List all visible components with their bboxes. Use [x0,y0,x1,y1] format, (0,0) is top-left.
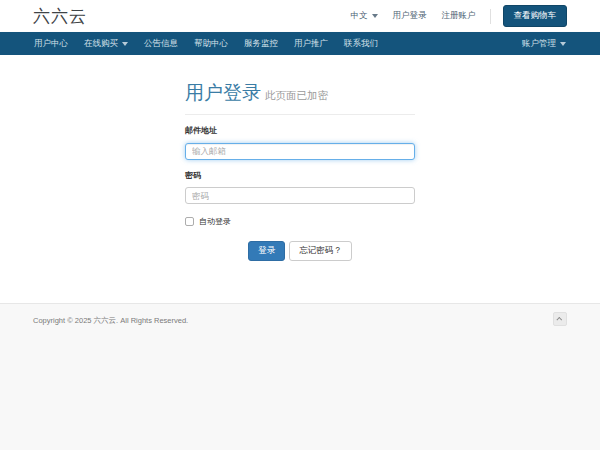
password-form-group: 密码 [185,170,415,205]
nav-item-label: 帮助中心 [194,38,228,50]
nav-item-user-center[interactable]: 用户中心 [26,32,76,55]
form-actions: 登录 忘记密码？ [185,241,415,261]
nav-list: 用户中心 在线购买 公告信息 帮助中心 服务监控 用户推广 联系我们 [26,32,386,55]
top-bar: 六六云 中文 用户登录 注册账户 查看购物车 [0,0,600,32]
email-form-group: 邮件地址 [185,125,415,160]
secure-page-note: 此页面已加密 [265,89,328,101]
language-menu-label: 中文 [351,10,368,22]
caret-down-icon [560,42,566,46]
nav-item-label: 用户推广 [294,38,328,50]
nav-item-help-center[interactable]: 帮助中心 [186,32,236,55]
auto-login-label: 自动登录 [199,216,231,227]
top-bar-links: 中文 用户登录 注册账户 查看购物车 [336,5,568,27]
login-button[interactable]: 登录 [248,241,285,261]
language-menu[interactable]: 中文 [351,10,378,22]
copyright-text: Copyright © 2025 六六云. All Rights Reserve… [33,312,188,326]
scroll-top-button[interactable] [553,312,567,326]
password-field[interactable] [185,187,415,204]
footer: Copyright © 2025 六六云. All Rights Reserve… [0,303,600,450]
account-menu-label: 账户管理 [522,38,556,50]
main-navbar: 用户中心 在线购买 公告信息 帮助中心 服务监控 用户推广 联系我们 [0,32,600,55]
nav-item-referrals[interactable]: 用户推广 [286,32,336,55]
nav-item-label: 服务监控 [244,38,278,50]
email-label: 邮件地址 [185,125,415,136]
footer-inner: Copyright © 2025 六六云. All Rights Reserve… [33,312,567,326]
login-title-text: 用户登录 [185,82,261,103]
nav-item-label: 公告信息 [144,38,178,50]
nav-item-buy-online[interactable]: 在线购买 [76,32,136,55]
forgot-password-button[interactable]: 忘记密码？ [289,241,352,261]
nav-item-label: 联系我们 [344,38,378,50]
caret-down-icon [372,14,378,18]
login-link[interactable]: 用户登录 [393,10,427,22]
account-management-menu[interactable]: 账户管理 [514,32,574,55]
view-cart-button[interactable]: 查看购物车 [503,5,568,27]
login-form: 用户登录此页面已加密 邮件地址 密码 自动登录 登录 忘记密码？ [185,55,415,261]
page: 六六云 中文 用户登录 注册账户 查看购物车 用户中心 在线购买 公告信息 [0,0,600,450]
remember-me-row: 自动登录 [185,216,415,227]
register-link[interactable]: 注册账户 [442,10,476,22]
nav-item-announcements[interactable]: 公告信息 [136,32,186,55]
title-divider [185,114,415,115]
password-label: 密码 [185,170,415,181]
topbar-divider [490,9,491,24]
page-title: 用户登录此页面已加密 [185,80,415,106]
chevron-up-icon [556,317,562,323]
nav-item-service-monitor[interactable]: 服务监控 [236,32,286,55]
auto-login-checkbox[interactable] [185,217,194,226]
site-logo[interactable]: 六六云 [33,5,87,28]
nav-item-label: 在线购买 [84,38,118,50]
nav-item-label: 用户中心 [34,38,68,50]
email-field[interactable] [185,143,415,160]
nav-right: 账户管理 [514,32,574,55]
caret-down-icon [122,42,128,46]
main-content: 用户登录此页面已加密 邮件地址 密码 自动登录 登录 忘记密码？ [0,55,600,303]
nav-item-contact-us[interactable]: 联系我们 [336,32,386,55]
